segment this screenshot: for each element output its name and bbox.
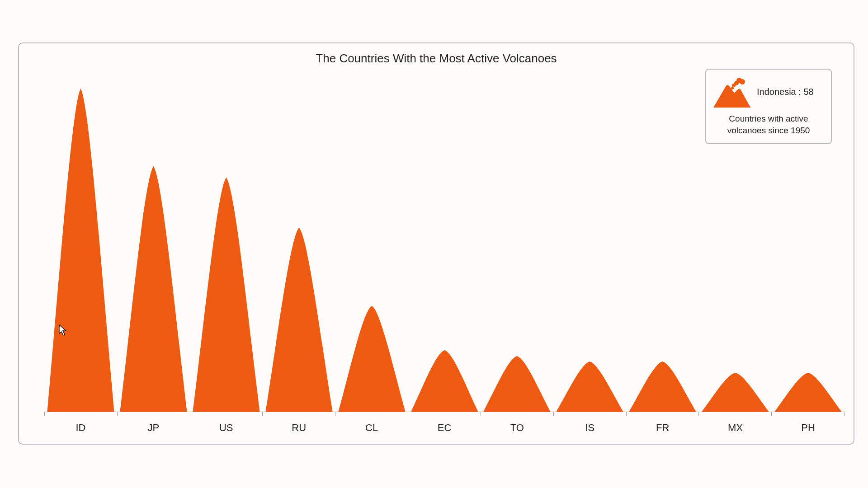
peak-cl[interactable] [335, 80, 408, 412]
tick [553, 412, 626, 416]
peak-id[interactable] [44, 80, 117, 412]
x-tick-label: CL [335, 422, 408, 434]
x-tick-label: US [190, 422, 263, 434]
peak-ph[interactable] [772, 80, 844, 412]
tick [481, 412, 553, 416]
x-axis-ticks [44, 412, 844, 416]
x-tick-label: EC [408, 422, 481, 434]
chart-frame: The Countries With the Most Active Volca… [18, 42, 854, 445]
tick [262, 412, 335, 416]
x-tick-label: ID [44, 422, 117, 434]
peak-ru[interactable] [263, 80, 335, 412]
tick [44, 412, 117, 416]
chart-title: The Countries With the Most Active Volca… [19, 52, 854, 66]
plot-area [44, 80, 844, 412]
x-tick-label: IS [553, 422, 626, 434]
x-tick-label: MX [699, 422, 772, 434]
peak-to[interactable] [481, 80, 553, 412]
x-tick-label: FR [626, 422, 699, 434]
peaks-row [44, 80, 844, 412]
tick [771, 412, 844, 416]
tick [335, 412, 408, 416]
peak-fr[interactable] [626, 80, 699, 412]
x-axis-labels: IDJPUSRUCLECTOISFRMXPH [44, 422, 844, 434]
x-tick-label: JP [117, 422, 190, 434]
peak-is[interactable] [553, 80, 626, 412]
x-tick-label: TO [481, 422, 553, 434]
peak-mx[interactable] [699, 80, 772, 412]
tick [698, 412, 771, 416]
peak-ec[interactable] [408, 80, 481, 412]
x-tick-label: PH [772, 422, 844, 434]
x-tick-label: RU [263, 422, 335, 434]
tick [408, 412, 481, 416]
peak-us[interactable] [190, 80, 263, 412]
tick [117, 412, 190, 416]
tick [626, 412, 699, 416]
tick [190, 412, 263, 416]
peak-jp[interactable] [117, 80, 190, 412]
